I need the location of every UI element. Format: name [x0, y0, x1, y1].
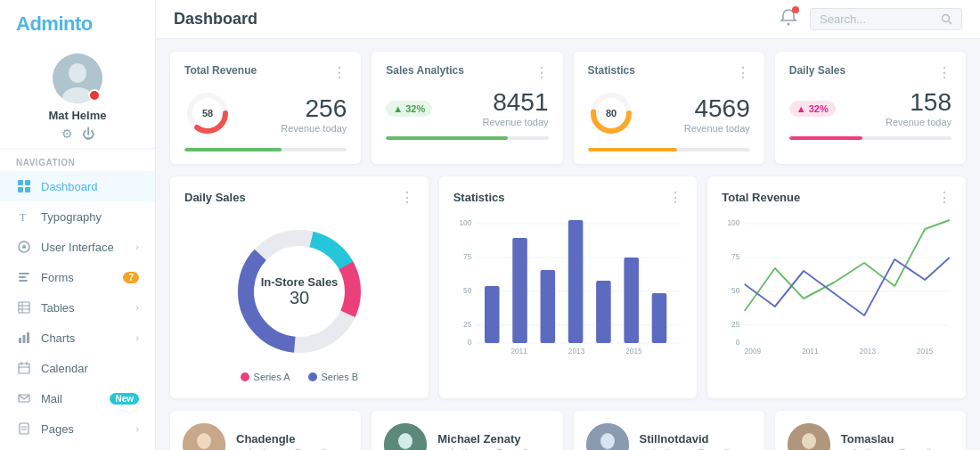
svg-rect-57: [596, 281, 611, 343]
stat-menu-3[interactable]: ⋮: [937, 64, 951, 81]
svg-rect-58: [624, 258, 639, 343]
profile-name: Mat Helme: [48, 109, 106, 122]
stat-menu-2[interactable]: ⋮: [736, 64, 750, 81]
chart-menu-1[interactable]: ⋮: [668, 189, 682, 206]
stat-label-0: Revenue today: [281, 123, 347, 134]
notification-bell[interactable]: [780, 8, 797, 30]
person-card-2: Stillnotdavid coderthemes@gmail.com: [574, 411, 764, 450]
svg-line-30: [949, 21, 951, 24]
stat-label-3: Revenue today: [886, 117, 951, 127]
svg-rect-18: [23, 335, 26, 343]
chart-title-2: Total Revenue: [722, 191, 800, 204]
search-box[interactable]: [810, 8, 962, 30]
settings-icon[interactable]: ⚙: [61, 127, 73, 141]
sidebar-item-user-interface[interactable]: User Interface ›: [0, 232, 155, 262]
svg-rect-11: [19, 276, 26, 278]
sidebar-label-typography: Typography: [41, 210, 102, 224]
chart-menu-2[interactable]: ⋮: [937, 189, 951, 206]
search-icon: [941, 13, 952, 25]
power-icon[interactable]: ⏻: [82, 127, 94, 141]
chart-menu-0[interactable]: ⋮: [400, 189, 414, 206]
legend-label-a: Series A: [254, 372, 290, 382]
legend-dot-a: [241, 372, 249, 381]
stat-value-2: 4569 Revenue today: [684, 96, 750, 134]
forms-badge: 7: [123, 272, 139, 283]
sidebar-item-typography[interactable]: T Typography: [0, 201, 155, 232]
calendar-icon: [16, 360, 32, 376]
stat-menu-1[interactable]: ⋮: [535, 64, 549, 81]
sidebar-item-tables[interactable]: Tables ›: [0, 292, 155, 323]
sidebar-item-mail[interactable]: Mail New: [0, 383, 155, 413]
chart-card-total-revenue: Total Revenue ⋮ 100 75 50 25 0: [707, 176, 966, 398]
svg-rect-6: [25, 187, 30, 192]
sidebar-item-forms[interactable]: Forms 7: [0, 262, 155, 292]
mail-icon: [16, 390, 32, 406]
sidebar-label-charts: Charts: [41, 331, 75, 345]
svg-rect-54: [512, 238, 527, 343]
sidebar-item-dashboard[interactable]: Dashboard: [0, 171, 155, 201]
stat-body-1: ▲ 32% 8451 Revenue today: [386, 90, 548, 127]
content-area: Total Revenue ⋮ 58 256 Revenue today: [156, 39, 980, 450]
ui-arrow-icon: ›: [135, 241, 139, 252]
svg-text:2011: 2011: [510, 347, 527, 356]
svg-rect-17: [19, 338, 21, 343]
svg-rect-25: [20, 423, 29, 434]
sidebar-label-pages: Pages: [41, 422, 74, 436]
person-card-3: Tomaslau coderthemes@gmail.com: [775, 411, 966, 450]
svg-text:2015: 2015: [917, 347, 934, 356]
charts-icon: [16, 330, 32, 346]
stat-progress-0: [184, 148, 347, 151]
donut-legend: Series A Series B: [241, 372, 359, 382]
chart-card-statistics: Statistics ⋮ 100 75 50 25 0: [439, 176, 698, 398]
stat-body-3: ▲ 32% 158 Revenue today: [789, 90, 951, 127]
topbar: Dashboard: [156, 0, 980, 39]
stat-progress-3: [789, 136, 951, 140]
svg-text:75: 75: [463, 252, 471, 261]
person-info-1: Michael Zenaty coderthemes@gmail.com: [437, 432, 549, 451]
svg-text:30: 30: [290, 288, 309, 307]
people-row: Chadengle coderthemes@gmail.com Michael …: [170, 411, 966, 450]
svg-text:50: 50: [463, 286, 471, 295]
svg-text:0: 0: [736, 338, 740, 347]
line-chart-svg: 100 75 50 25 0: [722, 213, 951, 356]
tables-icon: [16, 299, 32, 315]
sidebar-label-calendar: Calendar: [41, 362, 88, 375]
svg-text:0: 0: [467, 338, 471, 347]
svg-point-77: [197, 433, 211, 449]
person-avatar-3: [788, 423, 830, 450]
sidebar-label-tables: Tables: [41, 301, 75, 315]
stat-card-total-revenue: Total Revenue ⋮ 58 256 Revenue today: [170, 52, 361, 164]
sidebar-label-mail: Mail: [41, 392, 62, 405]
svg-text:50: 50: [731, 286, 739, 295]
svg-point-80: [398, 433, 412, 449]
charts-row: Daily Sales ⋮ In-Store Sales 30: [170, 176, 966, 398]
person-email-1: coderthemes@gmail.com: [437, 447, 549, 451]
search-input[interactable]: [820, 12, 935, 26]
trend-badge-1: ▲ 32%: [386, 101, 432, 117]
tables-arrow-icon: ›: [135, 302, 139, 313]
stat-number-3: 158: [886, 90, 951, 115]
stat-card-sales-analytics: Sales Analytics ⋮ ▲ 32% 8451 Revenue tod…: [372, 52, 562, 164]
svg-rect-5: [18, 187, 23, 192]
stat-progress-bar-3: [789, 136, 862, 140]
sidebar-item-charts[interactable]: Charts ›: [0, 323, 155, 353]
svg-text:58: 58: [202, 108, 213, 119]
svg-text:80: 80: [605, 108, 616, 119]
sidebar-item-calendar[interactable]: Calendar: [0, 353, 155, 383]
stat-menu-total-revenue[interactable]: ⋮: [332, 64, 347, 81]
chart-header-2: Total Revenue ⋮: [722, 189, 951, 206]
svg-text:25: 25: [463, 320, 471, 329]
pages-icon: [16, 421, 32, 437]
logo-area: Adminto: [0, 0, 155, 45]
stat-label-2: Revenue today: [684, 123, 750, 134]
svg-text:2011: 2011: [803, 347, 820, 356]
stat-number-2: 4569: [684, 96, 750, 121]
notification-dot: [792, 6, 799, 13]
trend-value-1: 32%: [405, 103, 425, 114]
donut-big-area: In-Store Sales 30 Series A Series B: [184, 213, 414, 389]
nav-label: Navigation: [0, 149, 155, 171]
stat-card-header-2: Statistics ⋮: [588, 64, 750, 81]
mail-badge: New: [110, 393, 139, 405]
pages-arrow-icon: ›: [135, 423, 139, 434]
sidebar-item-pages[interactable]: Pages ›: [0, 413, 155, 444]
